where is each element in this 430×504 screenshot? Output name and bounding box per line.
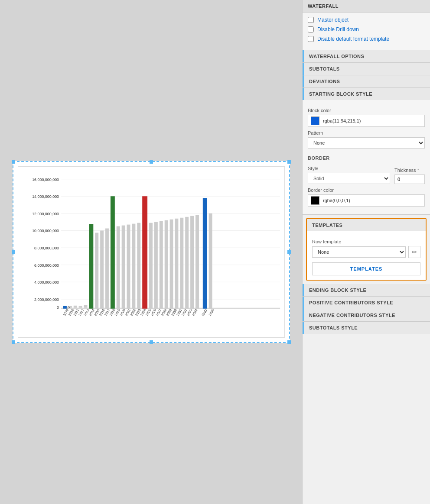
svg-rect-37 [159,221,163,309]
right-panel: WATERFALL Master object Disable Drill do… [302,0,430,504]
templates-button[interactable]: TEMPLATES [312,262,420,275]
edit-icon[interactable]: ✏ [408,246,420,258]
svg-rect-27 [105,229,109,309]
svg-rect-40 [175,219,178,309]
waterfall-options-section: WATERFALL OPTIONS [303,50,430,63]
svg-text:10,000,000,000: 10,000,000,000 [32,229,59,233]
svg-text:2,000,000,000: 2,000,000,000 [34,297,59,302]
svg-text:2035: 2035 [208,308,215,317]
templates-header: TEMPLATES [307,219,426,231]
svg-text:12,000,000,000: 12,000,000,000 [32,212,59,216]
disable-default-input[interactable] [308,36,314,42]
checkboxes-content: Master object Disable Drill down Disable… [303,13,430,50]
svg-text:END: END [201,308,208,317]
templates-wrapper: TEMPLATES Row template None ✏ TEMPLATES [303,215,430,284]
master-object-checkbox[interactable]: Master object [308,17,425,23]
svg-text:6,000,000,000: 6,000,000,000 [34,263,59,268]
thickness-input[interactable] [394,174,425,184]
row-template-select[interactable]: None [312,246,406,258]
chart-inner: 16,000,000,000 14,000,000,000 12,000,000… [18,166,285,338]
starting-block-header[interactable]: STARTING BLOCK STYLE [303,88,430,100]
svg-rect-44 [195,215,199,309]
svg-rect-43 [190,216,194,309]
svg-rect-35 [149,223,153,309]
thickness-col: Thickness * [394,164,425,184]
svg-rect-38 [164,220,168,309]
svg-text:8,000,000,000: 8,000,000,000 [34,246,59,250]
block-color-value: rgba(11,94,215,1) [323,118,361,123]
deviations-section: DEVIATIONS [303,75,430,88]
border-color-field[interactable]: rgba(0,0,0,1) [308,194,425,207]
svg-rect-39 [169,220,173,309]
svg-rect-31 [127,225,130,309]
disable-drill-label: Disable Drill down [317,26,359,32]
svg-text:16,000,000,000: 16,000,000,000 [32,178,59,182]
border-label: BORDER [308,155,425,161]
block-color-swatch [311,116,319,125]
border-row: Style Solid Thickness * [308,162,425,184]
ending-block-section: ENDING BLOCK STYLE [303,284,430,297]
svg-rect-22 [78,306,82,308]
ending-block-header[interactable]: ENDING BLOCK STYLE [303,284,430,296]
row-template-label: Row template [312,239,420,244]
svg-rect-29 [116,226,120,309]
templates-content: Row template None ✏ TEMPLATES [307,231,426,280]
panel-title: WATERFALL [303,0,430,13]
waterfall-svg: 16,000,000,000 14,000,000,000 12,000,000… [18,167,284,337]
disable-default-checkbox[interactable]: Disable default format template [308,36,425,42]
svg-rect-21 [73,306,77,308]
chart-area: 16,000,000,000 14,000,000,000 12,000,000… [0,0,302,504]
block-color-label: Block color [308,108,425,113]
positive-contributors-section: POSITIVE CONTRIBUTORS STYLE [303,297,430,309]
subtotals-header[interactable]: SUBTOTALS [303,63,430,75]
svg-rect-28 [110,196,114,308]
svg-rect-42 [185,217,189,309]
svg-rect-32 [132,224,135,309]
svg-rect-33 [137,223,140,309]
svg-rect-41 [180,218,183,309]
templates-section: TEMPLATES Row template None ✏ TEMPLATES [306,218,427,281]
master-object-label: Master object [317,17,349,23]
negative-contributors-header[interactable]: NEGATIVE CONTRIBUTORS STYLE [303,309,430,321]
svg-rect-34 [142,196,147,308]
svg-rect-23 [84,305,87,308]
svg-text:2034: 2034 [191,308,198,317]
negative-contributors-section: NEGATIVE CONTRIBUTORS STYLE [303,309,430,322]
svg-rect-24 [89,224,93,309]
style-col: Style Solid [308,162,390,184]
subtotals-style-header[interactable]: SUBTOTALS STYLE [303,322,430,334]
row-template-row: None ✏ [312,246,420,258]
svg-text:14,000,000,000: 14,000,000,000 [32,194,59,199]
svg-rect-36 [154,222,157,309]
checkboxes-section: Master object Disable Drill down Disable… [303,13,430,50]
positive-contributors-header[interactable]: POSITIVE CONTRIBUTORS STYLE [303,297,430,309]
starting-block-section: STARTING BLOCK STYLE Block color rgba(11… [303,88,430,215]
disable-default-label: Disable default format template [317,36,389,42]
svg-rect-25 [95,233,98,308]
chart-container[interactable]: 16,000,000,000 14,000,000,000 12,000,000… [13,161,290,343]
svg-rect-46 [208,213,212,309]
master-object-input[interactable] [308,17,314,23]
svg-rect-30 [121,226,125,309]
border-color-label: Border color [308,187,425,193]
svg-text:4,000,000,000: 4,000,000,000 [34,280,59,284]
block-color-field[interactable]: rgba(11,94,215,1) [308,115,425,127]
disable-drill-input[interactable] [308,26,314,32]
thickness-label: Thickness * [394,168,425,173]
svg-text:0: 0 [57,305,59,310]
style-select[interactable]: Solid [308,173,390,184]
svg-rect-26 [100,230,104,308]
disable-drill-checkbox[interactable]: Disable Drill down [308,26,425,32]
border-color-value: rgba(0,0,0,1) [323,198,350,203]
deviations-header[interactable]: DEVIATIONS [303,75,430,87]
subtotals-section: SUBTOTALS [303,63,430,75]
svg-rect-45 [202,198,207,309]
subtotals-style-section: SUBTOTALS STYLE [303,322,430,334]
waterfall-options-header[interactable]: WATERFALL OPTIONS [303,50,430,62]
border-color-swatch [311,196,319,205]
pattern-label: Pattern [308,130,425,136]
style-label: Style [308,166,390,171]
starting-block-content: Block color rgba(11,94,215,1) Pattern No… [303,100,430,214]
pattern-select[interactable]: None [308,137,425,149]
